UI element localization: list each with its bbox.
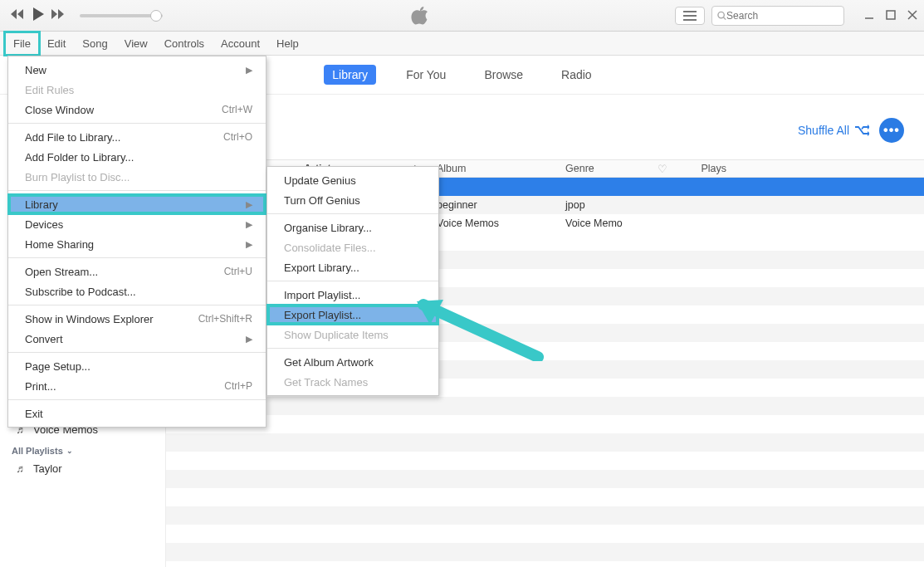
table-empty-row xyxy=(166,488,924,506)
menu-item-label: Add Folder to Library... xyxy=(25,151,134,164)
file-menu-item[interactable]: Page Setup... xyxy=(8,356,266,376)
list-view-button[interactable] xyxy=(675,7,705,25)
menu-view[interactable]: View xyxy=(116,32,156,55)
file-menu-item[interactable]: Add Folder to Library... xyxy=(8,147,266,167)
file-menu-item[interactable]: Open Stream...Ctrl+U xyxy=(8,262,266,281)
menu-item-label: Subscribe to Podcast... xyxy=(25,286,136,298)
table-empty-row xyxy=(166,543,924,561)
menu-item-label: Exit xyxy=(25,408,43,420)
col-plays[interactable]: Plays xyxy=(675,163,733,174)
library-submenu-item[interactable]: Update Genius xyxy=(267,170,438,190)
search-icon xyxy=(717,11,726,21)
menu-shortcut: Ctrl+W xyxy=(222,104,252,115)
library-submenu-item[interactable]: Export Library... xyxy=(267,257,438,277)
submenu-arrow-icon: ▶ xyxy=(246,65,252,76)
file-menu-item[interactable]: Exit xyxy=(8,403,266,423)
cell-album: Voice Memos xyxy=(430,218,559,229)
library-submenu-item: Consolidate Files... xyxy=(267,237,438,257)
sidebar-header-all-playlists[interactable]: All Playlists ⌄ xyxy=(12,446,157,456)
menu-shortcut: Ctrl+P xyxy=(224,380,252,392)
cell-album: beginner xyxy=(430,199,559,211)
more-button[interactable]: ••• xyxy=(879,118,904,143)
menu-item-label: Burn Playlist to Disc... xyxy=(25,171,130,183)
svg-point-0 xyxy=(718,12,724,17)
tab-library[interactable]: Library xyxy=(324,65,376,85)
menu-item-label: Turn Off Genius xyxy=(284,194,360,207)
maximize-icon[interactable] xyxy=(886,8,896,23)
table-empty-row xyxy=(166,452,924,470)
menu-item-label: Export Library... xyxy=(284,262,359,274)
volume-slider[interactable] xyxy=(80,14,163,17)
library-submenu-item[interactable]: Turn Off Genius xyxy=(267,190,438,210)
file-menu: New▶Edit RulesClose WindowCtrl+WAdd File… xyxy=(7,56,266,428)
cell-genre: jpop xyxy=(559,199,650,211)
apple-logo-icon xyxy=(411,6,429,26)
menu-song[interactable]: Song xyxy=(74,32,115,55)
library-submenu-item: Get Track Names xyxy=(267,372,438,392)
file-menu-item[interactable]: Library▶ xyxy=(8,194,266,214)
annotation-arrow xyxy=(413,295,546,361)
menu-item-label: Export Playlist... xyxy=(284,309,361,321)
menu-shortcut: Ctrl+O xyxy=(223,131,252,143)
search-field[interactable] xyxy=(726,10,838,22)
shuffle-all-button[interactable]: Shuffle All xyxy=(798,124,869,137)
menu-item-label: Update Genius xyxy=(284,174,356,187)
menu-item-label: Consolidate Files... xyxy=(284,242,376,254)
menu-item-label: Convert xyxy=(25,333,63,345)
minimize-icon[interactable] xyxy=(864,8,874,23)
shuffle-icon xyxy=(854,125,869,136)
sidebar-item-label: Taylor xyxy=(33,462,62,475)
menubar: File Edit Song View Controls Account Hel… xyxy=(0,32,924,56)
menu-shortcut: Ctrl+Shift+R xyxy=(198,313,252,325)
menu-help[interactable]: Help xyxy=(268,32,307,55)
tab-for-you[interactable]: For You xyxy=(398,65,454,85)
file-menu-item: Edit Rules xyxy=(8,80,266,100)
svg-rect-1 xyxy=(887,11,895,19)
menu-item-label: Get Album Artwork xyxy=(284,356,374,369)
tab-radio[interactable]: Radio xyxy=(553,65,600,85)
menu-item-label: Close Window xyxy=(25,104,94,116)
file-menu-item[interactable]: Devices▶ xyxy=(8,214,266,234)
toolbar-right xyxy=(667,6,853,26)
playback-controls xyxy=(0,7,173,25)
file-menu-item[interactable]: Convert▶ xyxy=(8,329,266,349)
menu-item-label: Home Sharing xyxy=(25,238,94,251)
file-menu-item[interactable]: Show in Windows ExplorerCtrl+Shift+R xyxy=(8,309,266,329)
menu-edit[interactable]: Edit xyxy=(39,32,74,55)
file-menu-item[interactable]: Home Sharing▶ xyxy=(8,234,266,254)
submenu-arrow-icon: ▶ xyxy=(246,219,252,230)
play-icon[interactable] xyxy=(32,7,45,25)
col-album[interactable]: Album xyxy=(430,163,559,174)
menu-item-label: Print... xyxy=(25,380,56,393)
shuffle-label: Shuffle All xyxy=(798,124,849,137)
submenu-arrow-icon: ▶ xyxy=(246,239,252,250)
heart-icon: ♡ xyxy=(658,164,667,175)
library-submenu-item[interactable]: Organise Library... xyxy=(267,218,438,237)
file-menu-item[interactable]: Close WindowCtrl+W xyxy=(8,100,266,120)
sidebar-header-label: All Playlists xyxy=(12,446,63,456)
menu-item-label: Devices xyxy=(25,218,63,231)
menu-account[interactable]: Account xyxy=(213,32,268,55)
tab-browse[interactable]: Browse xyxy=(476,65,531,85)
sidebar-item-playlist[interactable]: ♬ Taylor xyxy=(8,459,157,478)
file-menu-item: Burn Playlist to Disc... xyxy=(8,167,266,187)
menu-file[interactable]: File xyxy=(5,32,39,55)
close-icon[interactable] xyxy=(907,8,917,23)
menu-item-label: Page Setup... xyxy=(25,360,90,373)
next-icon[interactable] xyxy=(50,8,66,23)
search-input[interactable] xyxy=(711,6,844,26)
file-menu-item[interactable]: Print...Ctrl+P xyxy=(8,376,266,396)
file-menu-item[interactable]: New▶ xyxy=(8,60,266,80)
file-menu-item[interactable]: Subscribe to Podcast... xyxy=(8,281,266,301)
menu-item-label: Organise Library... xyxy=(284,222,372,234)
previous-icon[interactable] xyxy=(10,8,27,23)
file-menu-item[interactable]: Add File to Library...Ctrl+O xyxy=(8,127,266,147)
table-empty-row xyxy=(166,415,924,433)
col-genre[interactable]: Genre xyxy=(559,163,650,174)
col-heart[interactable]: ♡ xyxy=(650,163,675,175)
menu-controls[interactable]: Controls xyxy=(156,32,213,55)
menu-item-label: Show in Windows Explorer xyxy=(25,313,154,325)
menu-item-label: Show Duplicate Items xyxy=(284,329,389,341)
submenu-arrow-icon: ▶ xyxy=(246,199,252,210)
cell-genre: Voice Memo xyxy=(559,218,650,229)
